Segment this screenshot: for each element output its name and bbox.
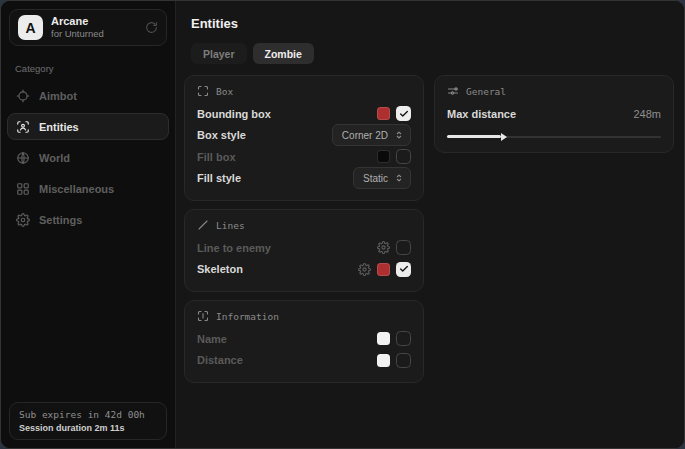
subscription-status-card: Sub expires in 42d 00h Session duration … xyxy=(9,402,167,440)
information-card: Information Name Distance xyxy=(184,300,424,383)
diagonal-line-icon xyxy=(197,219,209,231)
card-title: General xyxy=(466,86,506,97)
select-value: Static xyxy=(363,173,388,184)
content-area: Box Bounding box Box style xyxy=(184,75,674,383)
brand-text: Arcane for Unturned xyxy=(51,15,137,40)
check-icon xyxy=(399,264,409,274)
sidebar-item-label: Miscellaneous xyxy=(39,183,114,195)
gear-icon xyxy=(16,213,30,227)
box-style-select[interactable]: Corner 2D xyxy=(332,124,411,146)
grid-icon xyxy=(16,182,30,196)
row-label: Fill box xyxy=(197,151,236,163)
bounding-box-row: Bounding box xyxy=(197,103,411,125)
lines-card-header: Lines xyxy=(197,219,411,231)
box-card: Box Bounding box Box style xyxy=(184,75,424,201)
slider-fill[interactable] xyxy=(447,135,501,138)
sidebar-item-label: Settings xyxy=(39,214,82,226)
left-column: Box Bounding box Box style xyxy=(184,75,424,383)
session-duration-text: Session duration 2m 11s xyxy=(19,423,157,433)
slider-label: Max distance xyxy=(447,108,516,120)
name-row: Name xyxy=(197,328,411,350)
select-value: Corner 2D xyxy=(342,130,388,141)
sidebar-item-world[interactable]: World xyxy=(7,144,169,171)
sliders-icon xyxy=(447,85,459,97)
skeleton-row: Skeleton xyxy=(197,259,411,281)
app-subtitle: for Unturned xyxy=(51,29,137,40)
row-label: Bounding box xyxy=(197,108,271,120)
page-title: Entities xyxy=(191,16,674,31)
box-style-row: Box style Corner 2D xyxy=(197,125,411,147)
slider-value: 248m xyxy=(633,108,661,120)
box-corners-icon xyxy=(197,85,209,97)
row-controls: Corner 2D xyxy=(332,124,411,146)
fill-box-checkbox[interactable] xyxy=(396,149,411,164)
row-controls xyxy=(358,262,411,277)
card-title: Box xyxy=(216,86,233,97)
sidebar-item-label: Aimbot xyxy=(39,90,77,102)
app-window: A Arcane for Unturned Category Aimbot xyxy=(0,0,685,449)
row-controls xyxy=(377,240,411,255)
sidebar-nav: Aimbot Entities World xyxy=(1,82,175,233)
row-label: Name xyxy=(197,333,227,345)
check-icon xyxy=(399,109,409,119)
sidebar-item-label: World xyxy=(39,152,70,164)
sidebar-item-label: Entities xyxy=(39,121,79,133)
row-controls xyxy=(377,331,411,346)
row-label: Line to enemy xyxy=(197,242,271,254)
card-title: Lines xyxy=(216,220,245,231)
entity-scan-icon xyxy=(16,120,30,134)
row-label: Distance xyxy=(197,354,243,366)
color-swatch[interactable] xyxy=(377,107,390,120)
line-settings-gear-icon[interactable] xyxy=(377,241,390,254)
row-label: Fill style xyxy=(197,172,241,184)
name-checkbox[interactable] xyxy=(396,331,411,346)
sync-icon[interactable] xyxy=(145,21,158,34)
lines-card: Lines Line to enemy xyxy=(184,209,424,292)
sidebar-item-settings[interactable]: Settings xyxy=(7,206,169,233)
row-controls xyxy=(377,353,411,368)
skeleton-settings-gear-icon[interactable] xyxy=(358,263,371,276)
row-label: Skeleton xyxy=(197,263,243,275)
row-controls: Static xyxy=(353,167,411,189)
tab-zombie[interactable]: Zombie xyxy=(253,43,314,64)
sidebar-item-entities[interactable]: Entities xyxy=(7,113,169,140)
color-swatch[interactable] xyxy=(377,150,390,163)
sidebar: A Arcane for Unturned Category Aimbot xyxy=(1,1,176,448)
row-label: Box style xyxy=(197,129,246,141)
info-scan-icon xyxy=(197,310,209,322)
information-card-header: Information xyxy=(197,310,411,322)
general-card: General Max distance 248m xyxy=(434,75,674,153)
distance-checkbox[interactable] xyxy=(396,353,411,368)
row-controls xyxy=(377,106,411,121)
tab-player[interactable]: Player xyxy=(191,43,247,64)
max-distance-row: Max distance 248m xyxy=(447,103,661,124)
main-panel: Entities Player Zombie Box xyxy=(176,1,685,448)
sidebar-item-miscellaneous[interactable]: Miscellaneous xyxy=(7,175,169,202)
entity-tabs: Player Zombie xyxy=(191,43,674,64)
sidebar-item-aimbot[interactable]: Aimbot xyxy=(7,82,169,109)
distance-row: Distance xyxy=(197,350,411,372)
bounding-box-checkbox[interactable] xyxy=(396,106,411,121)
category-label: Category xyxy=(15,63,161,74)
fill-style-row: Fill style Static xyxy=(197,168,411,190)
globe-icon xyxy=(16,151,30,165)
color-swatch[interactable] xyxy=(377,354,390,367)
line-to-enemy-row: Line to enemy xyxy=(197,237,411,259)
fill-box-row: Fill box xyxy=(197,146,411,168)
card-title: Information xyxy=(216,311,279,322)
max-distance-slider[interactable] xyxy=(447,132,661,141)
row-controls xyxy=(377,149,411,164)
color-swatch[interactable] xyxy=(377,332,390,345)
general-card-header: General xyxy=(447,85,661,97)
chevrons-up-down-icon xyxy=(394,173,404,183)
right-column: General Max distance 248m xyxy=(434,75,674,153)
fill-style-select[interactable]: Static xyxy=(353,167,411,189)
color-swatch[interactable] xyxy=(377,263,390,276)
skeleton-checkbox[interactable] xyxy=(396,262,411,277)
box-card-header: Box xyxy=(197,85,411,97)
sub-expiry-text: Sub expires in 42d 00h xyxy=(19,409,157,420)
chevrons-up-down-icon xyxy=(394,130,404,140)
app-title: Arcane xyxy=(51,15,137,28)
line-to-enemy-checkbox[interactable] xyxy=(396,240,411,255)
brand-card: A Arcane for Unturned xyxy=(9,9,167,46)
